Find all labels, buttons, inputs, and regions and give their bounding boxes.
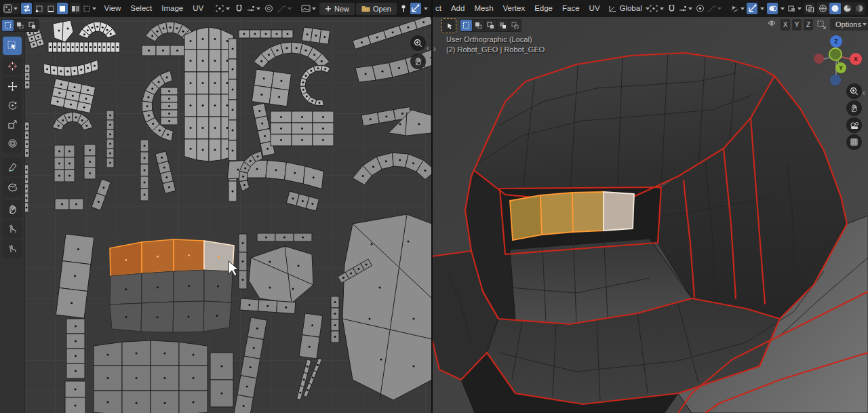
proportional-projected-button[interactable] [815,19,828,31]
vertex-mode-button[interactable] [34,3,45,14]
gizmo-x-neg-axis[interactable] [814,54,824,64]
menu-add[interactable]: Add [447,2,469,15]
uv-gizmo-toggle[interactable] [410,3,421,14]
menu-image[interactable]: Image [157,2,187,15]
scale-icon [7,119,18,130]
menu-vertex[interactable]: Vertex [499,2,530,15]
island-mode-button[interactable] [70,3,81,14]
edge-mode-icon [47,5,55,13]
editor-divider[interactable] [431,0,433,413]
viewport-zoom-button[interactable] [846,83,862,99]
pivot-point-dropdown[interactable] [214,3,232,14]
select-mode-set-button[interactable] [2,20,14,31]
tool-tweak[interactable] [3,37,22,55]
menu-select-partial[interactable]: ct [435,2,446,15]
show-overlays-toggle[interactable] [767,3,778,14]
gizmo-y-axis[interactable]: Y [835,62,846,73]
viewport-camera-button[interactable] [846,117,862,133]
select-mode-subtract-button[interactable] [485,20,496,31]
select-mode-extend-button[interactable] [473,20,484,31]
chevron-down-icon [424,7,428,10]
editor-type-button[interactable] [3,3,20,14]
solid-shading-icon [831,4,840,13]
tool-rotate[interactable] [3,96,22,115]
tool-rip-region[interactable] [3,178,22,197]
uv-sync-selection-toggle[interactable] [21,3,32,14]
proportional-editing-toggle[interactable] [695,3,706,14]
tool-cursor[interactable] [3,57,22,75]
menu-uv[interactable]: UV [189,2,208,15]
shading-rendered-button[interactable] [854,3,865,14]
tool-annotate[interactable] [3,158,22,176]
select-mode-set-button[interactable] [460,20,472,31]
image-browse-dropdown[interactable] [300,3,318,14]
menu-view[interactable]: View [100,2,125,15]
symmetry-z-button[interactable]: Z [804,19,813,31]
gizmo-z-neg-axis[interactable] [830,75,841,85]
gizmo-view-axis[interactable] [829,47,842,61]
uv-zoom-button[interactable] [410,35,426,51]
proportional-editing-toggle[interactable] [264,3,275,14]
shading-solid-button[interactable] [829,3,841,14]
symmetry-y-button[interactable]: Y [792,19,802,31]
menu-uv[interactable]: UV [585,2,604,15]
xray-settings-dropdown[interactable] [787,3,803,14]
sticky-selection-dropdown[interactable] [82,3,98,14]
tool-pinch[interactable] [3,239,22,258]
select-mode-invert-button[interactable] [497,20,509,31]
proportional-falloff-dropdown[interactable] [707,3,723,14]
viewport-pan-button[interactable] [846,100,862,116]
uv-pan-button[interactable] [410,54,426,69]
menu-face[interactable]: Face [558,2,584,15]
active-tool-tweak-button[interactable] [441,18,456,33]
shading-material-button[interactable] [842,3,853,14]
tool-move[interactable] [3,77,22,96]
tool-transform[interactable] [3,134,22,153]
material-shading-icon [843,4,852,13]
select-mode-extend-button[interactable] [14,20,26,31]
show-gizmo-toggle[interactable] [747,3,757,14]
uv-sidebar-collapse-arrow[interactable]: ‹ [427,45,429,52]
viewport-canvas[interactable] [432,16,868,413]
menu-select[interactable]: Select [126,2,156,15]
image-new-button[interactable]: New [319,3,355,15]
chevron-down-icon [660,7,664,10]
options-dropdown[interactable]: Options [830,18,868,31]
mesh-symmetry-icon-button[interactable] [765,19,778,31]
snap-toggle-button[interactable] [667,3,677,14]
snap-settings-dropdown[interactable] [679,3,694,14]
pin-image-button[interactable] [398,3,409,14]
shading-wireframe-button[interactable] [817,3,829,14]
viewport-sidebar-collapse-arrow[interactable]: ‹ [863,90,865,96]
tool-scale[interactable] [3,115,22,134]
uv-canvas[interactable] [0,17,432,413]
tool-grab[interactable] [3,200,22,218]
toggle-xray-button[interactable] [804,3,815,14]
viewport-ortho-toggle-button[interactable] [846,134,862,150]
pivot-point-dropdown[interactable] [650,3,665,14]
tool-relax[interactable] [3,220,22,238]
orientation-axes-icon [608,4,617,13]
snap-toggle-button[interactable] [233,3,244,14]
gizmo-x-axis[interactable]: X [850,53,862,65]
overlays-icon [768,4,777,13]
menu-edge[interactable]: Edge [530,2,557,15]
visibility-dropdown[interactable] [730,3,745,14]
select-mode-intersect-button[interactable] [509,20,521,31]
symmetry-x-button[interactable]: X [781,19,790,31]
image-open-button[interactable]: Open [356,3,397,15]
proportional-falloff-dropdown[interactable] [276,3,294,14]
edge-mode-button[interactable] [45,3,56,14]
magnet-icon [667,4,676,13]
gizmo-icon [411,4,420,13]
gizmo-z-axis[interactable]: Z [830,35,842,47]
face-mode-button[interactable] [57,3,68,14]
navigation-gizmo[interactable]: Z X Y [811,33,865,87]
chevron-down-icon [717,7,722,10]
transform-orientation-dropdown[interactable]: Global [611,3,648,14]
select-mode-subtract-button[interactable] [26,20,38,31]
menu-mesh[interactable]: Mesh [470,2,497,15]
blender-window: View Select Image UV [0,0,868,413]
viewport-n-panel-arrow[interactable]: › [433,45,436,52]
snap-settings-dropdown[interactable] [245,3,262,14]
